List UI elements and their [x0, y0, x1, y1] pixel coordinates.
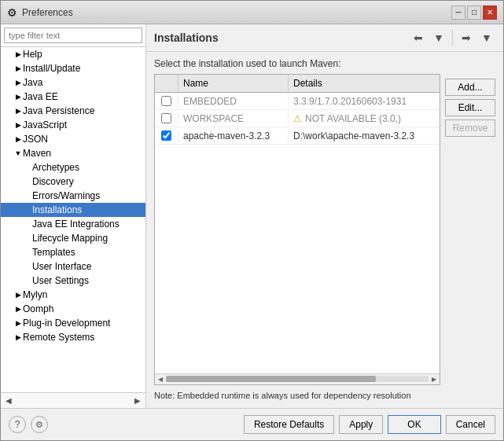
- ok-button[interactable]: OK: [388, 415, 440, 434]
- settings-icon[interactable]: ⚙: [31, 416, 48, 433]
- sidebar-scroll-right[interactable]: ▶: [133, 395, 142, 406]
- cancel-button[interactable]: Cancel: [446, 415, 495, 434]
- th-name: Name: [178, 75, 289, 92]
- remove-button[interactable]: Remove: [445, 119, 495, 137]
- panel-body: Select the installation used to launch M…: [146, 52, 503, 408]
- sidebar-item-errors-warnings[interactable]: Errors/Warnings: [1, 189, 145, 203]
- sidebar-item-install-update[interactable]: ▶ Install/Update: [1, 61, 145, 75]
- sidebar-item-plug-in-development[interactable]: ▶ Plug-in Development: [1, 316, 145, 330]
- tree-arrow: ▶: [13, 50, 23, 59]
- th-checkbox: [155, 75, 178, 92]
- row-checkbox[interactable]: [155, 94, 178, 108]
- installations-table: Name Details EMBEDDED 3.3.9/1.7.0.201606…: [154, 74, 440, 385]
- add-button[interactable]: Add...: [445, 79, 495, 96]
- apache-maven-checkbox[interactable]: [161, 130, 171, 141]
- sidebar-item-label: Java Persistence: [23, 105, 142, 116]
- sidebar-item-help[interactable]: ▶ Help: [1, 47, 145, 61]
- sidebar-item-label: Maven: [23, 148, 142, 159]
- sidebar-item-json[interactable]: ▶ JSON: [1, 132, 145, 146]
- help-icon[interactable]: ?: [9, 416, 26, 433]
- tree-arrow: [23, 163, 32, 172]
- sidebar-item-installations[interactable]: Installations: [1, 203, 145, 217]
- install-description: Select the installation used to launch M…: [154, 58, 495, 69]
- row-checkbox[interactable]: [155, 112, 178, 125]
- tree-arrow: [23, 262, 32, 271]
- tree-arrow: [23, 191, 32, 200]
- sidebar-item-label: User Interface: [32, 261, 142, 272]
- sidebar-item-java-persistence[interactable]: ▶ Java Persistence: [1, 104, 145, 118]
- workspace-checkbox[interactable]: [161, 113, 171, 123]
- sidebar-item-maven[interactable]: ▼ Maven: [1, 146, 145, 160]
- close-button[interactable]: ✕: [483, 6, 497, 20]
- sidebar-item-java[interactable]: ▶ Java: [1, 75, 145, 90]
- scroll-thumb[interactable]: [166, 376, 376, 382]
- forward-button[interactable]: ➡: [458, 29, 475, 46]
- sidebar-item-oomph[interactable]: ▶ Oomph: [1, 302, 145, 316]
- footer-left: ? ⚙: [9, 416, 48, 433]
- tree-arrow: [23, 205, 32, 215]
- tree-arrow: ▶: [13, 134, 23, 144]
- sidebar-item-label: Discovery: [32, 176, 142, 187]
- right-panel: Installations ⬅ ▼ ➡ ▼ Select the install…: [146, 24, 503, 408]
- preferences-window: ⚙ Preferences ─ □ ✕ ▶ Help ▶ Install/Upd…: [0, 0, 504, 441]
- tree-arrow: ▶: [13, 92, 23, 101]
- edit-button[interactable]: Edit...: [445, 99, 495, 116]
- tree-arrow: ▶: [13, 290, 23, 300]
- sidebar-scroll-left[interactable]: ◀: [4, 395, 13, 406]
- content-area: ▶ Help ▶ Install/Update ▶ Java ▶ Java EE…: [1, 24, 503, 408]
- tree-arrow: ▶: [13, 106, 23, 116]
- row-checkbox[interactable]: [155, 129, 178, 142]
- horizontal-scrollbar[interactable]: ◀ ▶: [155, 373, 440, 384]
- table-header: Name Details: [155, 75, 440, 93]
- sidebar-item-mylyn[interactable]: ▶ Mylyn: [1, 288, 145, 302]
- sidebar-item-java-ee[interactable]: ▶ Java EE: [1, 90, 145, 104]
- tree-arrow: ▼: [13, 149, 23, 158]
- row-details: 3.3.9/1.7.0.20160603-1931: [289, 94, 440, 108]
- panel-header: Installations ⬅ ▼ ➡ ▼: [146, 24, 503, 52]
- sidebar-item-user-interface[interactable]: User Interface: [1, 259, 145, 274]
- restore-defaults-button[interactable]: Restore Defaults: [244, 415, 334, 434]
- row-name: WORKSPACE: [178, 112, 289, 126]
- tree-arrow: ▶: [13, 333, 23, 342]
- row-details: D:\work\apache-maven-3.2.3: [289, 129, 440, 143]
- maximize-button[interactable]: □: [467, 6, 481, 20]
- filter-input[interactable]: [4, 28, 142, 43]
- title-bar: ⚙ Preferences ─ □ ✕: [1, 1, 503, 24]
- tree-area: ▶ Help ▶ Install/Update ▶ Java ▶ Java EE…: [1, 47, 145, 392]
- sidebar-item-label: Java: [23, 77, 142, 88]
- sidebar-item-label: Plug-in Development: [23, 318, 142, 329]
- title-bar-left: ⚙ Preferences: [7, 6, 73, 19]
- sidebar-item-label: JSON: [23, 134, 142, 145]
- sidebar-item-lifecycle-mapping[interactable]: Lifecycle Mapping: [1, 231, 145, 245]
- scroll-track[interactable]: [166, 376, 429, 382]
- tree-arrow: ▶: [13, 64, 23, 73]
- apply-button[interactable]: Apply: [339, 415, 383, 434]
- table-row[interactable]: EMBEDDED 3.3.9/1.7.0.20160603-1931: [155, 93, 440, 110]
- scroll-right-arrow[interactable]: ▶: [430, 376, 438, 383]
- tree-arrow: [23, 248, 32, 257]
- sidebar-item-templates[interactable]: Templates: [1, 245, 145, 259]
- table-row[interactable]: WORKSPACE ⚠ NOT AVAILABLE (3.0,): [155, 110, 440, 127]
- sidebar-item-label: JavaScript: [23, 119, 142, 130]
- sidebar-item-java-ee-int[interactable]: Java EE Integrations: [1, 217, 145, 231]
- sidebar-item-javascript[interactable]: ▶ JavaScript: [1, 118, 145, 132]
- sidebar-item-remote-systems[interactable]: ▶ Remote Systems: [1, 330, 145, 344]
- window-icon: ⚙: [7, 6, 17, 19]
- minimize-button[interactable]: ─: [451, 6, 465, 20]
- scroll-left-arrow[interactable]: ◀: [156, 376, 164, 383]
- sidebar-item-archetypes[interactable]: Archetypes: [1, 160, 145, 175]
- sidebar-item-label: Oomph: [23, 303, 142, 314]
- side-buttons: Add... Edit... Remove: [440, 74, 495, 385]
- sidebar-item-label: Remote Systems: [23, 332, 142, 343]
- back-button[interactable]: ⬅: [410, 29, 427, 46]
- panel-dropdown-button[interactable]: ▼: [478, 29, 495, 46]
- tree-arrow: ▶: [13, 304, 23, 314]
- dropdown-button[interactable]: ▼: [430, 29, 447, 46]
- sidebar-item-label: Java EE: [23, 91, 142, 102]
- table-row[interactable]: apache-maven-3.2.3 D:\work\apache-maven-…: [155, 127, 440, 145]
- sidebar-item-user-settings[interactable]: User Settings: [1, 274, 145, 288]
- th-details: Details: [289, 75, 440, 92]
- embedded-checkbox[interactable]: [161, 96, 171, 106]
- sidebar-item-label: Install/Update: [23, 63, 142, 74]
- sidebar-item-discovery[interactable]: Discovery: [1, 175, 145, 189]
